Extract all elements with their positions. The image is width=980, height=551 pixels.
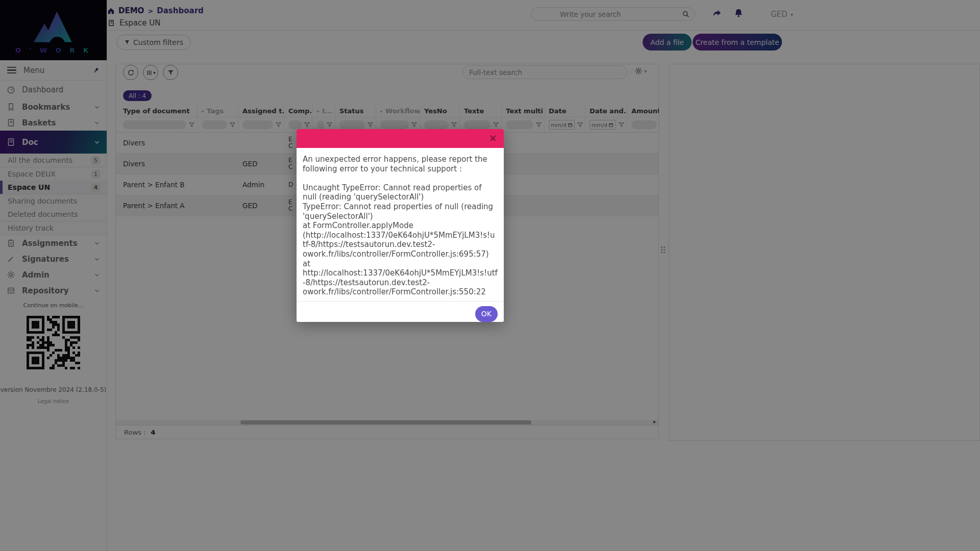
- close-icon[interactable]: ×: [489, 132, 497, 144]
- error-modal-header: ×: [297, 129, 504, 148]
- error-message: An unexpected error happens, please repo…: [297, 148, 504, 297]
- ok-button[interactable]: OK: [475, 306, 498, 322]
- error-modal-footer: OK: [297, 301, 504, 327]
- error-modal: × An unexpected error happens, please re…: [297, 129, 504, 322]
